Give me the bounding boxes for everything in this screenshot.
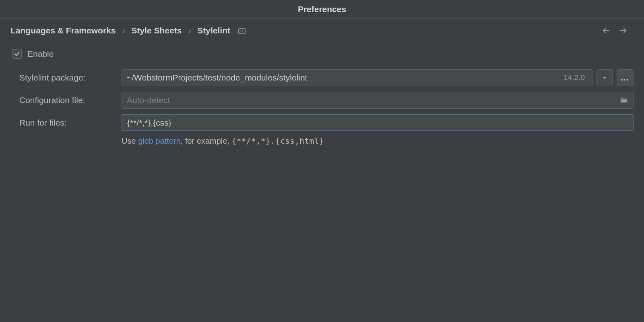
hint-text: Use (122, 136, 138, 145)
content: Enable Stylelint package: 14.2.0 … Confi… (0, 43, 644, 146)
svg-marker-2 (603, 77, 606, 79)
breadcrumb-separator: › (188, 26, 191, 35)
breadcrumb-item-languages[interactable]: Languages & Frameworks (10, 26, 116, 35)
configuration-file-field[interactable] (122, 92, 634, 109)
run-for-files-label: Run for files: (19, 118, 115, 128)
glob-pattern-link[interactable]: glob pattern (138, 136, 181, 145)
stylelint-package-input[interactable] (127, 73, 564, 83)
stylelint-package-dropdown-button[interactable] (597, 69, 613, 86)
stylelint-package-version: 14.2.0 (564, 73, 587, 82)
run-for-files-field[interactable] (122, 114, 634, 131)
configuration-file-input[interactable] (127, 95, 619, 105)
stylelint-package-label: Stylelint package: (19, 73, 115, 83)
ellipsis-icon: … (621, 73, 630, 83)
window-title: Preferences (0, 0, 644, 19)
nav-forward-button[interactable] (618, 26, 628, 35)
configuration-file-label: Configuration file: (19, 95, 115, 105)
run-for-files-input[interactable] (127, 118, 628, 128)
breadcrumb-item-stylesheets[interactable]: Style Sheets (131, 26, 182, 35)
breadcrumb-separator: › (122, 26, 125, 35)
breadcrumb-item-stylelint[interactable]: Stylelint (197, 26, 230, 35)
breadcrumb: Languages & Frameworks › Style Sheets › … (10, 26, 601, 35)
folder-open-icon[interactable] (619, 96, 628, 105)
chevron-down-icon (602, 75, 607, 80)
run-for-files-hint: Use glob pattern, for example, {**/*,*}.… (122, 136, 634, 146)
stylelint-package-field[interactable]: 14.2.0 (122, 69, 592, 86)
nav-arrows (601, 26, 634, 35)
enable-checkbox[interactable] (12, 49, 22, 59)
project-scope-icon (238, 28, 246, 34)
hint-example: {**/*,*}.{css,html} (231, 136, 324, 146)
hint-text: , for example, (181, 136, 232, 145)
breadcrumb-bar: Languages & Frameworks › Style Sheets › … (0, 19, 644, 43)
nav-back-button[interactable] (601, 26, 611, 35)
enable-label: Enable (27, 49, 54, 59)
stylelint-package-browse-button[interactable]: … (617, 69, 634, 86)
